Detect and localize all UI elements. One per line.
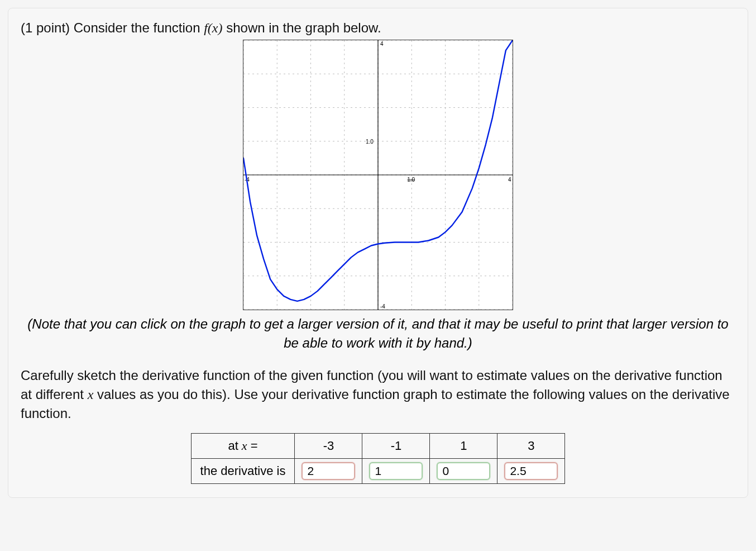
answer-input-0[interactable] [302, 462, 355, 480]
answer-input-1[interactable] [369, 462, 423, 480]
function-graph[interactable]: -441.04-41.0 [243, 40, 513, 310]
body-var: x [88, 387, 94, 402]
answer-input-2[interactable] [437, 462, 490, 480]
x-col-0: -3 [295, 434, 362, 459]
svg-text:1.0: 1.0 [366, 139, 374, 145]
x-values-row: at x = -3 -1 1 3 [191, 434, 565, 459]
svg-text:4: 4 [380, 41, 384, 47]
graph-container: -441.04-41.0 [21, 40, 735, 312]
body-1b: values as you do this). Use your derivat… [21, 387, 730, 421]
at-x-label: at x = [191, 434, 295, 459]
body-text: Carefully sketch the derivative function… [21, 366, 735, 423]
intro-text-2: shown in the graph below. [226, 20, 381, 35]
svg-text:4: 4 [508, 177, 511, 183]
svg-text:1.0: 1.0 [407, 177, 415, 183]
derivative-row: the derivative is [191, 459, 565, 484]
x-col-3: 3 [497, 434, 565, 459]
answer-input-3[interactable] [504, 462, 558, 480]
graph-note: (Note that you can click on the graph to… [21, 315, 735, 353]
answer-table: at x = -3 -1 1 3 the derivative is [191, 433, 566, 484]
x-col-1: -1 [362, 434, 430, 459]
points-label: (1 point) [21, 20, 74, 35]
svg-text:-4: -4 [380, 303, 385, 310]
derivative-label: the derivative is [191, 459, 295, 484]
problem-card: (1 point) Consider the function f(x) sho… [8, 8, 748, 498]
x-col-2: 1 [430, 434, 497, 459]
function-name: f(x) [204, 21, 222, 35]
intro-text-1: Consider the function [74, 20, 204, 35]
question-text: (1 point) Consider the function f(x) sho… [21, 18, 735, 37]
